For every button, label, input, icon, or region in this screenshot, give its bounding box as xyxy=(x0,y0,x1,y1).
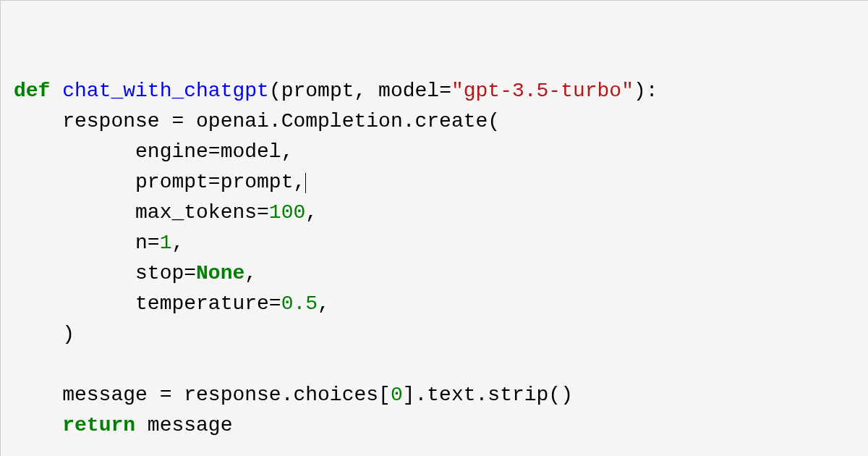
string-literal: "gpt-3.5-turbo" xyxy=(451,80,634,102)
code-line: response = openai.Completion.create( xyxy=(14,110,500,132)
code-line: engine=model, xyxy=(14,140,293,163)
const-none: None xyxy=(196,262,244,284)
code-line: n= xyxy=(14,232,160,254)
params-close: ): xyxy=(634,80,658,102)
comma: , xyxy=(171,232,184,254)
params-open: (prompt, model= xyxy=(269,80,451,102)
text-cursor xyxy=(305,173,306,193)
code-line: ) xyxy=(14,323,75,345)
code-line: max_tokens= xyxy=(14,201,269,224)
number-literal: 0.5 xyxy=(281,292,318,315)
code-line: prompt=prompt, xyxy=(14,171,305,193)
number-literal: 100 xyxy=(269,201,305,224)
comma: , xyxy=(244,262,257,284)
code-editor[interactable]: def chat_with_chatgpt(prompt, model="gpt… xyxy=(14,76,855,441)
function-name: chat_with_chatgpt xyxy=(62,80,269,102)
number-literal: 0 xyxy=(391,384,403,406)
number-literal: 1 xyxy=(160,232,172,254)
indent xyxy=(14,414,62,436)
code-line: message xyxy=(135,414,232,436)
code-line: stop= xyxy=(14,262,196,284)
space xyxy=(50,80,62,102)
code-line: message = response.choices[ xyxy=(14,384,391,406)
code-line: temperature= xyxy=(14,292,281,315)
keyword-return: return xyxy=(62,414,135,436)
keyword-def: def xyxy=(14,80,50,102)
comma: , xyxy=(318,292,330,315)
code-line: ].text.strip() xyxy=(403,384,573,406)
comma: , xyxy=(305,201,318,224)
